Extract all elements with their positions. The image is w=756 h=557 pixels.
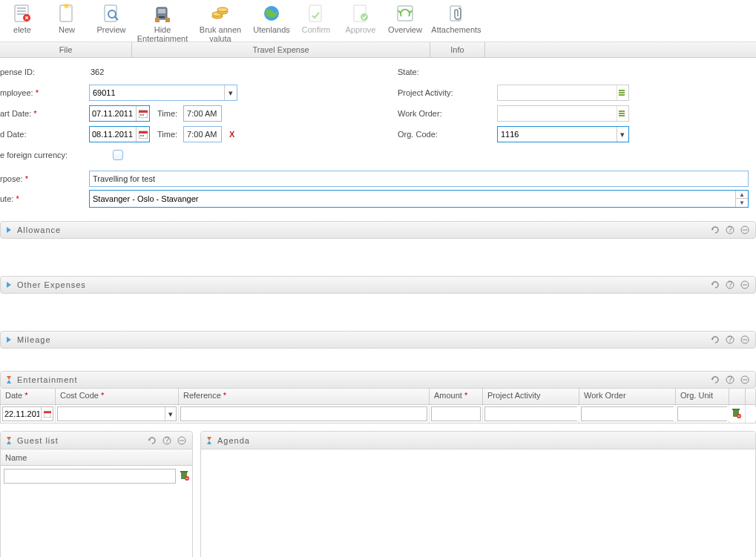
row-delete-button[interactable]	[731, 408, 743, 420]
ribbon-buttons: elete New Preview Hide Entertainment Bru…	[0, 0, 756, 42]
col-cost-code: Cost Code *	[56, 389, 179, 404]
org-code-combo[interactable]: ▾	[497, 126, 629, 142]
svg-point-81	[163, 437, 171, 444]
svg-marker-80	[148, 439, 151, 441]
collapse-icon[interactable]	[739, 224, 751, 236]
svg-point-57	[741, 336, 749, 343]
panel-header-allowance[interactable]: Allowance ?	[0, 221, 756, 239]
panel-header-mileage[interactable]: Mileage ?	[0, 331, 756, 349]
abroad-button[interactable]: Utenlands	[249, 1, 294, 42]
employee-combo[interactable]: ▾	[89, 85, 237, 101]
clear-end-date-button[interactable]: X	[225, 130, 239, 139]
help-icon[interactable]: ?	[161, 435, 173, 446]
refresh-icon[interactable]	[709, 334, 721, 346]
collapse-icon[interactable]	[739, 374, 751, 386]
row-org-code: Org. Code: ▾	[398, 126, 749, 142]
svg-marker-53	[7, 337, 11, 343]
help-icon[interactable]: ?	[724, 334, 736, 346]
row-amount-input[interactable]	[431, 406, 481, 421]
panel-header-agenda[interactable]: Agenda	[201, 432, 755, 449]
label-end-date: d Date:	[0, 130, 86, 139]
end-date-input[interactable]	[90, 127, 136, 142]
panel-header-entertainment[interactable]: Entertainment ?	[0, 371, 756, 389]
preview-button[interactable]: Preview	[89, 1, 134, 42]
project-activity-lookup[interactable]	[497, 85, 629, 101]
panel-agenda: Agenda	[200, 431, 756, 557]
hide-entertainment-button[interactable]: Hide Entertainment	[134, 1, 191, 42]
panel-header-guest-list[interactable]: Guest list ?	[1, 432, 192, 449]
row-wo-lookup[interactable]	[581, 406, 674, 421]
currency-button[interactable]: Bruk annen valuta	[191, 1, 249, 42]
purpose-input[interactable]	[89, 171, 749, 187]
col-reference: Reference *	[179, 389, 430, 404]
label-expense-id: pense ID:	[0, 67, 86, 76]
route-spinner[interactable]: ▲ ▼	[89, 190, 749, 208]
row-pa-lookup[interactable]	[484, 406, 577, 421]
dropdown-icon[interactable]: ▾	[617, 127, 628, 142]
help-icon[interactable]: ?	[724, 279, 736, 291]
employee-input[interactable]	[90, 85, 224, 100]
guest-row-delete-button[interactable]	[179, 470, 189, 482]
dropdown-icon[interactable]: ▾	[165, 407, 176, 421]
attachment-icon	[446, 3, 467, 24]
row-cost-code-input[interactable]	[58, 407, 165, 421]
calendar-icon[interactable]	[136, 127, 149, 142]
row-wo-input[interactable]	[582, 407, 688, 421]
svg-text:?: ?	[728, 280, 732, 289]
collapse-icon[interactable]	[176, 435, 188, 446]
svg-marker-61	[711, 378, 714, 380]
lookup-icon[interactable]	[617, 85, 628, 100]
svg-marker-90	[207, 441, 211, 444]
panel-header-other-expenses[interactable]: Other Expenses ?	[0, 276, 756, 294]
label-org-code: Org. Code:	[398, 130, 494, 139]
dropdown-icon[interactable]: ▾	[224, 85, 237, 100]
work-order-lookup[interactable]	[497, 105, 629, 122]
new-button[interactable]: New	[45, 1, 89, 42]
label-project-activity: Project Activity:	[398, 88, 494, 97]
collapse-icon[interactable]	[739, 279, 751, 291]
refresh-icon[interactable]	[146, 435, 158, 446]
row-cost-code-combo[interactable]: ▾	[57, 406, 177, 421]
project-activity-input[interactable]	[498, 85, 617, 100]
refresh-icon[interactable]	[709, 374, 721, 386]
start-time-input[interactable]	[183, 105, 222, 122]
label-route: ute: *	[0, 194, 86, 203]
spin-down-button[interactable]: ▼	[736, 199, 748, 207]
delete-button[interactable]: elete	[0, 1, 45, 42]
calendar-icon[interactable]	[136, 106, 149, 121]
svg-marker-79	[7, 441, 11, 444]
svg-text:?: ?	[165, 436, 169, 444]
svg-rect-38	[619, 111, 625, 112]
work-order-input[interactable]	[498, 106, 617, 121]
calendar-icon[interactable]	[41, 407, 53, 421]
org-code-input[interactable]	[498, 127, 617, 142]
row-reference-input[interactable]	[180, 406, 427, 421]
overview-button[interactable]: Overview	[383, 1, 427, 42]
grid-row: ▾	[1, 405, 755, 423]
end-date-picker[interactable]	[89, 126, 150, 142]
help-icon[interactable]: ?	[724, 224, 736, 236]
row-date-input[interactable]	[3, 407, 41, 421]
svg-line-9	[114, 16, 118, 20]
end-time-input[interactable]	[183, 126, 222, 142]
row-ou-combo[interactable]: ▾	[677, 406, 727, 421]
row-date-picker[interactable]	[2, 406, 53, 421]
start-date-input[interactable]	[90, 106, 136, 121]
cell-org-unit: ▾	[676, 405, 729, 423]
route-input[interactable]	[90, 191, 735, 207]
svg-point-64	[741, 376, 749, 383]
refresh-icon[interactable]	[709, 224, 721, 236]
start-date-picker[interactable]	[89, 105, 150, 122]
guest-name-input[interactable]	[4, 469, 176, 484]
help-icon[interactable]: ?	[724, 374, 736, 386]
lookup-icon[interactable]	[617, 106, 628, 121]
spin-up-button[interactable]: ▲	[736, 191, 748, 199]
svg-point-6	[69, 7, 73, 11]
refresh-icon[interactable]	[709, 279, 721, 291]
agenda-body[interactable]	[201, 449, 755, 557]
foreign-currency-checkbox[interactable]	[113, 150, 123, 160]
row-pa-input[interactable]	[485, 407, 592, 421]
row-state: State:	[398, 64, 749, 80]
attachments-button[interactable]: Attachements	[427, 1, 485, 42]
collapse-icon[interactable]	[739, 334, 751, 346]
